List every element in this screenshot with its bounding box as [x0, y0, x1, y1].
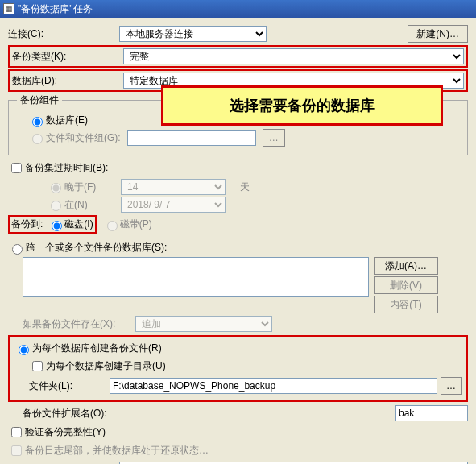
folder-browse-button[interactable]: …: [441, 377, 462, 395]
expire-date-select: 2018/ 9/ 7: [121, 197, 226, 213]
row-extension: 备份文件扩展名(O):: [23, 405, 468, 421]
row-expire-after: 晚于(F) 14 天: [47, 179, 468, 195]
remove-file-button: 删除(V): [374, 276, 438, 294]
row-per-db-subdir: 为每个数据库创建子目录(U): [29, 358, 462, 374]
checkbox-expire[interactable]: [11, 163, 22, 173]
backup-files-listbox[interactable]: [23, 257, 369, 297]
row-backup-type: 备份类型(K): 完整: [8, 45, 468, 68]
row-folder: 文件夹(L): …: [29, 377, 462, 395]
app-icon: ▦: [3, 3, 14, 14]
label-expire-on: 在(N): [64, 198, 121, 212]
folder-input[interactable]: [110, 378, 437, 394]
connection-select[interactable]: 本地服务器连接: [119, 26, 267, 42]
label-per-db-file: 为每个数据库创建备份文件(R): [32, 342, 162, 355]
row-verify: 验证备份完整性(Y): [8, 425, 468, 440]
row-expire-on: 在(N) 2018/ 9/ 7: [47, 197, 468, 213]
expire-days-select: 14: [121, 179, 226, 195]
label-expire-after: 晚于(F): [64, 180, 121, 194]
checkbox-verify[interactable]: [11, 427, 22, 437]
callout-text: 选择需要备份的数据库: [230, 96, 375, 115]
label-across-files: 跨一个或多个文件备份数据库(S):: [26, 241, 167, 255]
radio-component-database[interactable]: [32, 117, 43, 127]
radio-expire-after: [51, 183, 61, 193]
radio-across-files[interactable]: [12, 244, 23, 255]
radio-backup-to-disk[interactable]: [52, 221, 62, 231]
group-backup-components-legend: 备份组件: [17, 93, 62, 107]
window-titlebar: ▦ "备份数据库"任务: [0, 0, 476, 18]
row-backup-to: 备份到: 磁盘(I) 磁带(P): [8, 215, 468, 234]
label-backup-to-disk: 磁盘(I): [64, 218, 93, 231]
label-backup-to-tape: 磁带(P): [120, 218, 152, 231]
highlight-per-db-file: 为每个数据库创建备份文件(R) 为每个数据库创建子目录(U) 文件夹(L): …: [8, 335, 468, 402]
if-exists-select: 追加: [135, 316, 272, 332]
wrap-backup-to-tape: 磁带(P): [103, 218, 152, 231]
label-per-db-subdir: 为每个数据库创建子目录(U): [46, 359, 166, 373]
label-component-filegroups: 文件和文件组(G):: [46, 131, 121, 145]
checkbox-log-tail: [11, 445, 22, 456]
row-expire: 备份集过期时间(B):: [8, 160, 468, 176]
contents-button: 内容(T): [374, 296, 438, 313]
label-folder: 文件夹(L):: [29, 379, 110, 393]
filegroups-text: [127, 130, 256, 146]
label-database: 数据库(D):: [12, 74, 123, 88]
new-connection-button[interactable]: 新建(N)…: [408, 25, 468, 43]
label-extension: 备份文件扩展名(O):: [23, 407, 280, 420]
highlight-backup-to: 备份到: 磁盘(I): [8, 215, 97, 234]
row-connection: 连接(C): 本地服务器连接 新建(N)…: [8, 25, 468, 43]
row-across-files: 跨一个或多个文件备份数据库(S):: [8, 241, 468, 255]
row-per-db-file: 为每个数据库创建备份文件(R): [14, 342, 462, 355]
filelist-side-buttons: 添加(A)… 删除(V) 内容(T): [374, 257, 438, 313]
label-log-tail: 备份日志尾部，并使数据库处于还原状态…: [25, 444, 209, 458]
filegroups-browse-button: …: [263, 129, 285, 147]
radio-backup-to-tape: [107, 221, 118, 231]
backup-type-select[interactable]: 完整: [123, 48, 464, 64]
label-days: 天: [240, 180, 250, 194]
radio-expire-on: [51, 201, 61, 211]
label-verify: 验证备份完整性(Y): [25, 425, 106, 439]
label-component-database: 数据库(E): [46, 114, 88, 127]
row-if-exists: 如果备份文件存在(X): 追加: [23, 316, 468, 332]
label-connection: 连接(C):: [8, 27, 119, 41]
label-expire: 备份集过期时间(B):: [25, 161, 108, 175]
label-if-exists: 如果备份文件存在(X):: [23, 317, 135, 331]
row-log-tail: 备份日志尾部，并使数据库处于还原状态…: [8, 443, 468, 458]
checkbox-per-db-subdir[interactable]: [32, 361, 43, 371]
callout-select-db: 选择需要备份的数据库: [161, 85, 443, 126]
radio-filegroups-wrap: 文件和文件组(G): …: [28, 129, 459, 147]
radio-per-db-file[interactable]: [19, 345, 29, 355]
row-filelist: 添加(A)… 删除(V) 内容(T): [23, 257, 468, 313]
label-backup-to: 备份到:: [11, 218, 43, 231]
add-file-button[interactable]: 添加(A)…: [374, 257, 438, 275]
radio-component-filegroups: [32, 134, 43, 144]
extension-input[interactable]: [395, 405, 468, 421]
window-title: "备份数据库"任务: [18, 2, 93, 16]
label-backup-type: 备份类型(K):: [12, 50, 123, 64]
